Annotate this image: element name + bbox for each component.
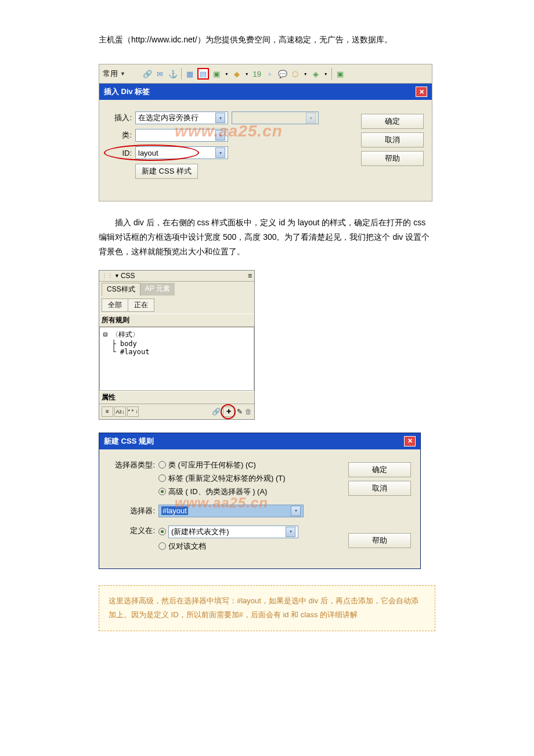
- rules-tree[interactable]: ⊟ 〈样式〉 ├ body └ #layout: [99, 327, 254, 391]
- watermark: www.aa25.cn: [175, 495, 268, 511]
- class-label: 类:: [107, 130, 135, 141]
- define-combo[interactable]: (新建样式表文件) ▾: [168, 525, 298, 538]
- cancel-button[interactable]: 取消: [361, 132, 424, 147]
- anchor-icon[interactable]: ⚓: [168, 69, 178, 78]
- note-box: 这里选择高级，然后在选择器中填写：#layout，如果是选中 div 后，再点击…: [99, 585, 435, 631]
- dialog-title: 插入 Div 标签: [104, 87, 150, 97]
- new-css-rule-dialog: 新建 CSS 规则 ✕ www.aa25.cn 选择器类型: 类 (可应用于任何…: [99, 433, 421, 569]
- include-icon[interactable]: ▫: [265, 69, 275, 78]
- tree-root: 〈样式〉: [111, 330, 139, 339]
- page-header-text: 主机蛋（http://www.idc.net/）为您提供免费空间，高速稳定，无广…: [99, 35, 435, 45]
- template-icon[interactable]: ▣: [335, 69, 345, 78]
- az-view-icon[interactable]: Az↓: [114, 406, 126, 417]
- radio-advanced[interactable]: [158, 488, 166, 495]
- link-icon[interactable]: 🔗: [143, 69, 152, 78]
- link-icon[interactable]: 🔗: [212, 408, 221, 416]
- close-icon[interactable]: ✕: [416, 87, 427, 97]
- edit-icon[interactable]: ✎: [237, 408, 243, 416]
- radio-this-doc-label: 仅对该文档: [168, 541, 206, 552]
- image-icon[interactable]: ▣: [212, 69, 221, 78]
- tab-css-styles[interactable]: CSS样式: [102, 283, 140, 296]
- chevron-down-icon: ▾: [306, 113, 316, 123]
- radio-class-label: 类 (可应用于任何标签) (C): [168, 460, 256, 470]
- chevron-down-icon: ▾: [286, 527, 295, 537]
- ok-button[interactable]: 确定: [348, 462, 411, 477]
- help-button[interactable]: 帮助: [361, 151, 424, 166]
- script-icon[interactable]: ⬡: [291, 69, 300, 78]
- toolbar: 常用 ▼ 🔗 ✉ ⚓ ▦ ▤ ▣ ▼ ◆ ▼ 19 ▫ 💬 ⬡ ▼ ◈ ▼: [99, 64, 432, 84]
- radio-tag-label: 标签 (重新定义特定标签的外观) (T): [168, 473, 285, 484]
- toolbar-category[interactable]: 常用 ▼: [103, 69, 125, 79]
- insert-div-dialog: 常用 ▼ 🔗 ✉ ⚓ ▦ ▤ ▣ ▼ ◆ ▼ 19 ▫ 💬 ⬡ ▼ ◈ ▼: [99, 64, 432, 201]
- media-icon[interactable]: ◆: [232, 69, 241, 78]
- tag-icon[interactable]: ◈: [311, 69, 320, 78]
- tab-ap-elements[interactable]: AP 元素: [140, 283, 175, 296]
- radio-new-file[interactable]: [158, 528, 166, 535]
- close-icon[interactable]: ✕: [404, 436, 416, 447]
- dialog-title: 新建 CSS 规则: [104, 436, 154, 447]
- watermark: www.aa25.cn: [175, 122, 283, 141]
- dialog-title-bar: 新建 CSS 规则 ✕: [99, 433, 420, 449]
- insert-label: 插入:: [107, 113, 135, 123]
- tree-item-body: body: [120, 340, 137, 348]
- css-styles-panel: ⋮⋮ ▼ CSS ≡ CSS样式 AP 元素 全部 正在 所有规则 ⊟ 〈样式〉…: [99, 270, 255, 420]
- props-header: 属性: [99, 391, 254, 404]
- radio-tag[interactable]: [158, 474, 166, 482]
- dropdown-icon[interactable]: ▼: [245, 72, 249, 76]
- chevron-down-icon: ▾: [215, 147, 225, 158]
- all-button[interactable]: 全部: [102, 298, 128, 312]
- trash-icon[interactable]: 🗑: [245, 408, 252, 416]
- paragraph-1: 插入 div 后，在右侧的 css 样式面板中，定义 id 为 layout 的…: [99, 215, 435, 260]
- panel-title: CSS: [121, 272, 135, 280]
- date-icon[interactable]: 19: [252, 69, 262, 78]
- chevron-down-icon: ▼: [120, 71, 125, 77]
- table-icon[interactable]: ▦: [185, 69, 194, 78]
- dropdown-icon[interactable]: ▼: [324, 72, 328, 76]
- help-button[interactable]: 帮助: [348, 533, 411, 548]
- selector-label: 选择器:: [109, 506, 158, 516]
- grip-icon[interactable]: ⋮⋮: [102, 272, 113, 279]
- set-view-icon[interactable]: *＊↓: [127, 406, 139, 417]
- dialog-title-bar: 插入 Div 标签 ✕: [99, 84, 432, 100]
- toolbar-category-label: 常用: [103, 69, 118, 79]
- dropdown-icon[interactable]: ▼: [304, 72, 308, 76]
- chevron-down-icon[interactable]: ▼: [114, 273, 120, 279]
- cancel-button[interactable]: 取消: [348, 481, 411, 496]
- ok-button[interactable]: 确定: [361, 114, 424, 129]
- tree-item-layout: #layout: [120, 348, 150, 356]
- rules-header: 所有规则: [99, 314, 254, 327]
- define-in-label: 定义在:: [109, 525, 158, 555]
- new-css-button[interactable]: 新建 CSS 样式: [135, 164, 198, 179]
- current-button[interactable]: 正在: [128, 298, 154, 312]
- define-value: (新建样式表文件): [171, 527, 229, 537]
- selector-type-label: 选择器类型:: [109, 460, 158, 500]
- menu-icon[interactable]: ≡: [248, 272, 252, 280]
- comment-icon[interactable]: 💬: [278, 69, 287, 78]
- mail-icon[interactable]: ✉: [156, 69, 165, 78]
- radio-this-doc[interactable]: [158, 542, 166, 550]
- radio-class[interactable]: [158, 461, 166, 469]
- category-view-icon[interactable]: ≡: [102, 406, 113, 417]
- div-icon[interactable]: ▤: [198, 69, 208, 79]
- dropdown-icon[interactable]: ▼: [225, 72, 229, 76]
- chevron-down-icon: ▾: [291, 506, 301, 516]
